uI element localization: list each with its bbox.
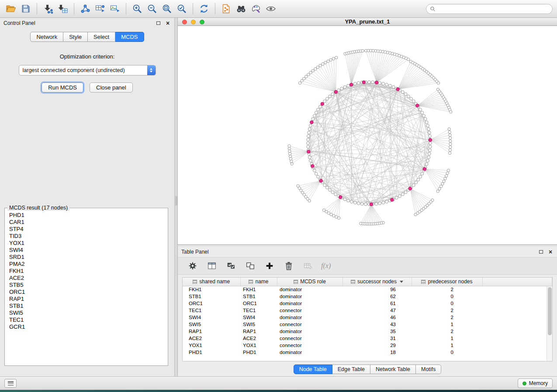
delete-column-button[interactable] (283, 260, 295, 272)
table-cell: dominator (277, 314, 343, 321)
optimization-criterion-select[interactable]: largest connected component (undirected) (19, 65, 156, 76)
table-cell: 1 (412, 321, 482, 328)
table-cell: dominator (277, 328, 343, 335)
mcds-result-item[interactable]: STB5 (6, 282, 167, 289)
column-header-predecessor-nodes[interactable]: predecessor nodes (412, 278, 482, 286)
zoom-out-button[interactable] (145, 2, 159, 15)
search-network-button[interactable] (235, 2, 248, 15)
tab-mcds[interactable]: MCDS (115, 32, 144, 42)
table-panel-float-button[interactable] (538, 249, 544, 255)
table-cell: 62 (343, 293, 412, 300)
close-panel-button[interactable]: Close panel (90, 83, 133, 93)
run-mcds-button[interactable]: Run MCDS (42, 83, 83, 93)
control-panel-close-button[interactable]: × (165, 20, 171, 26)
table-cell: 35 (343, 328, 412, 335)
table-row[interactable]: PHD1PHD1dominator180 (183, 349, 552, 356)
mcds-result-item[interactable]: CAR1 (6, 219, 167, 226)
table-row[interactable]: SWI5SWI5connector431 (183, 321, 552, 328)
column-header-shared-name[interactable]: shared name (183, 278, 240, 286)
tab-network-table[interactable]: Network Table (370, 364, 416, 374)
mcds-result-item[interactable]: SWI5 (6, 309, 167, 316)
export-network-button[interactable] (79, 2, 92, 15)
tab-style[interactable]: Style (63, 32, 88, 42)
zoom-selected-button[interactable] (175, 2, 188, 15)
mcds-result-item[interactable]: TEC1 (6, 316, 167, 323)
mcds-result-item[interactable]: STP4 (6, 226, 167, 233)
tab-network[interactable]: Network (30, 32, 63, 42)
mcds-result-item[interactable]: SWI4 (6, 247, 167, 254)
network-to-table-button[interactable] (93, 2, 107, 15)
table-row[interactable]: STB1STB1dominator620 (183, 293, 552, 300)
column-header-name[interactable]: name (240, 278, 277, 286)
control-panel-float-button[interactable] (155, 20, 161, 26)
table-cell: 61 (343, 300, 412, 307)
mcds-result-item[interactable]: YOX1 (6, 240, 167, 247)
refresh-layout-button[interactable] (197, 2, 211, 15)
import-table-icon (58, 3, 68, 14)
column-layout-icon (207, 261, 217, 271)
tab-node-table[interactable]: Node Table (294, 364, 332, 374)
column-layout-button[interactable] (206, 260, 218, 272)
tab-edge-table[interactable]: Edge Table (332, 364, 370, 374)
mcds-result-item[interactable]: PMA2 (6, 261, 167, 268)
open-folder-button[interactable] (4, 2, 17, 15)
save-icon (21, 3, 31, 14)
add-column-button[interactable] (263, 260, 276, 272)
import-network-button[interactable] (42, 2, 55, 15)
table-cell: FKH1 (240, 286, 277, 293)
save-session-button[interactable] (19, 2, 32, 15)
mcds-result-item[interactable]: STB1 (6, 303, 167, 309)
table-cell: 46 (343, 314, 412, 321)
mcds-result-title: MCDS result (17 nodes) (7, 205, 69, 211)
table-cell: STB1 (240, 293, 277, 300)
tab-motifs[interactable]: Motifs (416, 364, 441, 374)
table-row[interactable]: YOX1YOX1connector291 (183, 342, 552, 349)
table-row[interactable]: FKH1FKH1dominator962 (183, 286, 552, 293)
table-panel-title: Table Panel (181, 249, 534, 255)
table-panel-close-button[interactable]: × (547, 249, 554, 255)
mcds-result-item[interactable]: PHD1 (6, 212, 167, 219)
mcds-result-item[interactable]: FKH1 (6, 268, 167, 275)
mcds-result-item[interactable]: ORC1 (6, 289, 167, 296)
mcds-result-item[interactable]: ACE2 (6, 275, 167, 282)
column-table-icon (421, 280, 426, 284)
zoom-fit-button[interactable] (160, 2, 173, 15)
copy-document-button[interactable] (220, 2, 233, 15)
network-to-image-button[interactable] (108, 2, 121, 15)
table-row[interactable]: ACE2ACE2connector311 (183, 335, 552, 342)
sort-arrow-icon (400, 281, 403, 283)
mcds-result-item[interactable]: TID3 (6, 233, 167, 240)
status-menu-button[interactable] (4, 379, 17, 388)
table-row[interactable]: TEC1TEC1connector472 (183, 307, 552, 314)
show-hide-button[interactable] (264, 2, 277, 15)
mcds-result-item[interactable]: RAP1 (6, 296, 167, 303)
memory-button[interactable]: Memory (518, 378, 553, 388)
zoom-in-button[interactable] (131, 2, 144, 15)
search-input[interactable] (438, 6, 549, 12)
search-icon (430, 6, 436, 12)
splitter-handle[interactable] (175, 196, 177, 206)
trash-icon (284, 261, 294, 271)
table-scrollbar[interactable] (547, 286, 552, 361)
mcds-result-item[interactable]: SRD1 (6, 254, 167, 261)
table-row[interactable]: SWI4SWI4dominator462 (183, 314, 552, 321)
deselect-all-button[interactable] (244, 260, 256, 272)
tab-select[interactable]: Select (88, 32, 115, 42)
mcds-result-item[interactable]: GCR1 (6, 323, 167, 330)
table-toolbar: f(x) (178, 257, 557, 275)
disabled-table-button (302, 260, 314, 272)
vertical-splitter[interactable] (175, 18, 178, 376)
scrollbar-thumb[interactable] (548, 287, 552, 335)
deselect-all-checkboxes-icon (246, 261, 255, 271)
table-settings-button[interactable] (187, 260, 199, 272)
table-row[interactable]: RAP1RAP1dominator352 (183, 328, 552, 335)
network-titlebar: YPA_prune.txt_1 (178, 18, 557, 26)
visual-style-button[interactable] (249, 2, 263, 15)
table-row[interactable]: ORC1ORC1dominator610 (183, 300, 552, 307)
column-header-MCDS-role[interactable]: MCDS role (277, 278, 343, 286)
table-cell-filler (482, 328, 552, 335)
select-all-button[interactable] (225, 260, 237, 272)
network-graph[interactable] (178, 26, 557, 244)
column-header-successor-nodes[interactable]: successor nodes (343, 278, 412, 286)
import-table-button[interactable] (56, 2, 69, 15)
